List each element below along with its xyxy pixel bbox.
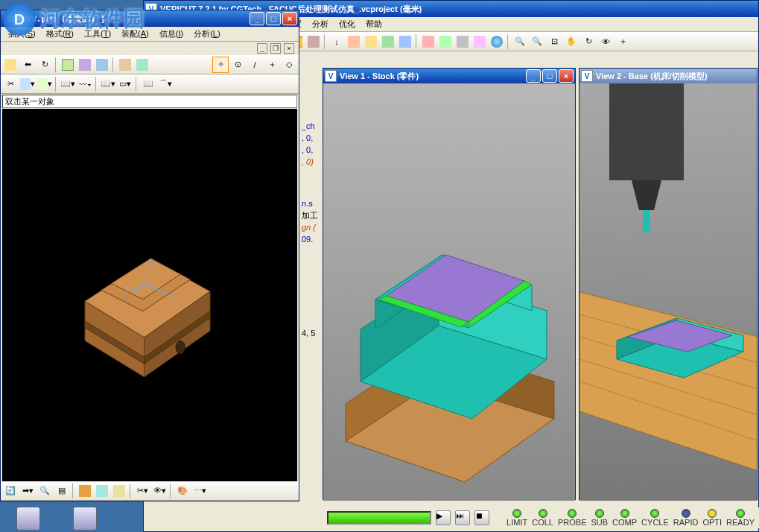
ug-menu-analyze[interactable]: 分析(L) (189, 27, 224, 41)
svg-marker-12 (579, 292, 757, 471)
ug-bb-layer-icon[interactable]: ▤ (54, 483, 70, 499)
tb-pan-icon[interactable]: ✋ (563, 34, 579, 50)
led-sub: SUB (591, 509, 608, 527)
ug-menu-info[interactable]: 信息(I) (155, 27, 188, 41)
led-coll: COLL (532, 509, 553, 527)
ug-tb2-book3-icon[interactable]: 📖 (140, 76, 156, 92)
ug-tb-cyl-icon[interactable] (77, 57, 93, 73)
ug-part-model: z y x (62, 206, 233, 377)
view2-window: V View 2 - Base (机床/切削模型) (579, 68, 758, 500)
ug-viewport[interactable]: z y x (2, 109, 297, 481)
view1-close-button[interactable]: × (559, 69, 574, 83)
ug-tb2-arc-icon[interactable]: ⌒▾ (157, 76, 174, 92)
ug-tb-mach-icon[interactable] (134, 57, 150, 73)
ug-tb-box-icon[interactable] (60, 57, 76, 73)
tb-zoom-in-icon[interactable]: 🔍 (512, 34, 528, 50)
tb-zoom-out-icon[interactable]: 🔍 (529, 34, 545, 50)
ug-tb-pt2-icon[interactable]: / (247, 57, 263, 73)
svg-text:z: z (150, 259, 153, 267)
tb-cube-icon[interactable] (380, 34, 396, 50)
ug-tb-back-icon[interactable]: ⬅ (19, 57, 36, 73)
svg-marker-18 (632, 180, 661, 210)
tb-wave-icon[interactable] (397, 34, 413, 50)
led-rapid: RAPID (673, 509, 699, 527)
svg-text:x: x (169, 291, 173, 300)
view1-viewport[interactable] (323, 83, 575, 501)
tb-plus-icon[interactable]: ＋ (614, 34, 631, 50)
ug-toolbar-bottom: 🔄 ➡▾ 🔍 ▤ ✂▾ 👁▾ 🎨 ⋯▾ (1, 481, 299, 501)
ug-bb-more-icon[interactable]: ⋯▾ (191, 483, 208, 499)
tb-analyze-icon[interactable] (471, 34, 488, 50)
progress-bar (327, 511, 431, 525)
tb-folder-icon[interactable] (363, 34, 379, 50)
ug-tb2-book-icon[interactable]: 📖▾ (60, 76, 76, 92)
ug-bb-find-icon[interactable]: 🔍 (36, 483, 53, 499)
ug-bb-wire-icon[interactable] (94, 483, 110, 499)
view2-titlebar[interactable]: V View 2 - Base (机床/切削模型) (579, 69, 757, 83)
svg-text:y: y (124, 288, 128, 296)
ug-bb-shade-icon[interactable] (77, 483, 93, 499)
view1-title: View 1 - Stock (零件) (340, 71, 526, 82)
ug-tb-pt3-icon[interactable]: ＋ (264, 57, 280, 73)
stop-button[interactable]: ⏹ (474, 510, 489, 525)
tb-fit-icon[interactable]: ⊡ (546, 34, 562, 50)
tb-people-icon[interactable] (420, 34, 436, 50)
view1-minimize-button[interactable]: _ (526, 69, 541, 83)
view1-titlebar[interactable]: V View 1 - Stock (零件) _ □ × (323, 69, 575, 83)
ug-tb-pt1-icon[interactable]: ⊙ (229, 57, 246, 73)
led-probe: PROBE (558, 509, 587, 527)
view2-viewport[interactable] (579, 83, 757, 501)
ug-tb2-dd1-icon[interactable]: ▾ (19, 76, 36, 92)
tb-rotate-icon[interactable]: ↻ (580, 34, 597, 50)
tb-gear-icon[interactable] (454, 34, 471, 50)
youdao-icon (16, 507, 40, 531)
ug-toolbar-2: ✂ ▾ ▾ 📖▾ 〰▾ 📖▾ ▭▾ 📖 ⌒▾ (1, 75, 299, 94)
play-button[interactable]: ▶ (436, 510, 451, 525)
tb-clip-icon[interactable] (305, 34, 322, 50)
desktop-icon-youdao[interactable]: 有道词典 (6, 507, 51, 532)
daemon-icon (73, 507, 97, 531)
menu-optimize[interactable]: 优化 (334, 17, 360, 31)
svg-rect-17 (609, 83, 684, 180)
ug-bb-arrow-icon[interactable]: ➡▾ (19, 483, 36, 499)
tb-eye-icon[interactable]: 👁 (597, 34, 614, 50)
ug-bb-palette-icon[interactable]: 🎨 (174, 483, 191, 499)
ug-close-button[interactable]: × (282, 12, 297, 25)
ug-tb2-curve-icon[interactable]: 〰▾ (77, 76, 93, 92)
ug-bb-view-icon[interactable]: 👁▾ (151, 483, 168, 499)
ug-window: TOP-XW.prt (修改的) ] _ □ × 插入(S) 格式(R) 工具(… (0, 10, 299, 501)
step-button[interactable]: ⏭ (455, 510, 470, 525)
ug-bb-hide-icon[interactable] (111, 483, 127, 499)
tb-arrow-down-icon[interactable]: ↓ (328, 34, 345, 50)
ug-tb2-dd2-icon[interactable]: ▾ (36, 76, 53, 92)
ug-doc-close-button[interactable]: × (284, 43, 294, 54)
view1-maximize-button[interactable]: □ (542, 69, 557, 83)
led-ready: READY (726, 509, 755, 527)
ug-minimize-button[interactable]: _ (250, 12, 264, 25)
ug-bb-clip-icon[interactable]: ✂▾ (134, 483, 150, 499)
view2-icon: V (581, 70, 593, 82)
code-fragment: _ch , 0, , 0, , 0) n.s 加工 gn ( 09. 4, 5 (302, 120, 318, 339)
ug-doc-min-button[interactable]: _ (257, 43, 267, 54)
menu-help[interactable]: 帮助 (361, 17, 387, 31)
ug-bb-refresh-icon[interactable]: 🔄 (2, 483, 19, 499)
ug-doc-restore-button[interactable]: ❐ (270, 43, 281, 54)
ug-tb2-book2-icon[interactable]: 📖▾ (100, 76, 116, 92)
ug-prompt: 双击某一对象 (2, 95, 297, 108)
tb-export-icon[interactable] (346, 34, 362, 50)
tb-globe-icon[interactable] (489, 34, 505, 50)
ug-tb2-cut-icon[interactable]: ✂ (2, 76, 19, 92)
ug-tb-pt4-icon[interactable]: ◇ (281, 57, 297, 73)
ug-tb-tool-icon[interactable] (94, 57, 110, 73)
led-limit: LIMIT (506, 509, 527, 527)
tb-check-icon[interactable] (437, 34, 454, 50)
ug-tb-open-icon[interactable] (2, 57, 19, 73)
ug-tb-geom-icon[interactable] (117, 57, 133, 73)
desktop-icon-daemon[interactable]: DAEMON Tools Lite (55, 507, 115, 532)
ug-tb-snap-icon[interactable]: ✧ (212, 57, 229, 73)
watermark-text: 河东软件园 (40, 5, 145, 34)
ug-maximize-button[interactable]: □ (266, 12, 281, 25)
menu-analyze[interactable]: 分析 (308, 17, 333, 31)
ug-tb2-sheet-icon[interactable]: ▭▾ (117, 76, 133, 92)
ug-tb-redo-icon[interactable]: ↻ (36, 57, 53, 73)
